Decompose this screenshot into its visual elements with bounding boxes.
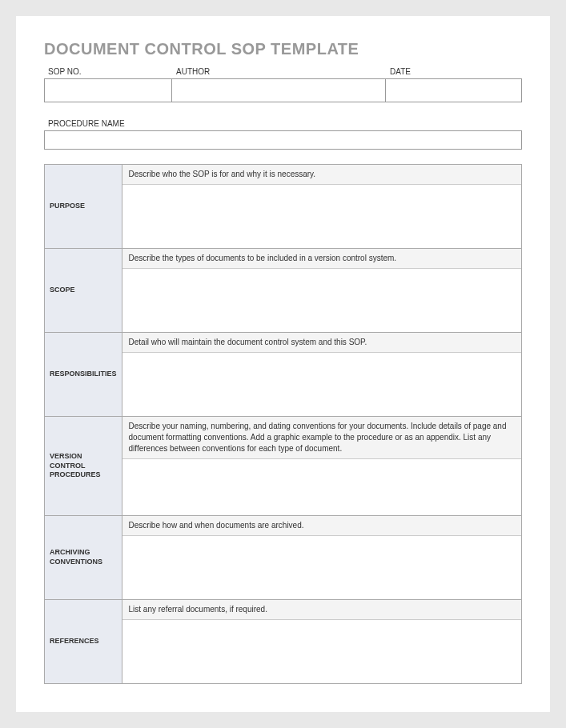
procedure-name-label: PROCEDURE NAME (44, 117, 522, 130)
section-label: PURPOSE (45, 197, 122, 216)
section-content-cell: Describe how and when documents are arch… (122, 516, 521, 600)
header-labels-row: SOP NO. AUTHOR DATE (44, 65, 522, 78)
sections-table: PURPOSEDescribe who the SOP is for and w… (44, 164, 522, 684)
section-content-cell: Describe your naming, numbering, and dat… (122, 417, 521, 516)
section-label: ARCHIVING CONVENTIONS (45, 543, 122, 571)
section-body-input[interactable] (122, 620, 521, 676)
section-description: Describe who the SOP is for and why it i… (122, 165, 521, 185)
section-row: SCOPEDescribe the types of documents to … (45, 249, 522, 333)
section-body-input[interactable] (122, 269, 521, 325)
section-body-input[interactable] (122, 353, 521, 409)
section-body-input[interactable] (122, 459, 521, 515)
date-label: DATE (386, 65, 522, 78)
sections-tbody: PURPOSEDescribe who the SOP is for and w… (45, 165, 522, 684)
section-description: List any referral documents, if required… (122, 600, 521, 620)
procedure-name-input[interactable] (44, 130, 522, 150)
section-label: RESPONSIBILITIES (45, 365, 122, 384)
section-description: Describe the types of documents to be in… (122, 249, 521, 269)
section-content-cell: Describe who the SOP is for and why it i… (122, 165, 521, 249)
section-label-cell: ARCHIVING CONVENTIONS (45, 516, 122, 600)
section-content-cell: Detail who will maintain the document co… (122, 333, 521, 417)
section-body-input[interactable] (122, 536, 521, 592)
section-row: ARCHIVING CONVENTIONSDescribe how and wh… (45, 516, 522, 600)
document-title: DOCUMENT CONTROL SOP TEMPLATE (44, 40, 522, 58)
sop-no-input[interactable] (44, 78, 172, 102)
section-label-cell: REFERENCES (45, 600, 122, 684)
section-description: Describe your naming, numbering, and dat… (122, 417, 521, 459)
section-row: PURPOSEDescribe who the SOP is for and w… (45, 165, 522, 249)
section-description: Detail who will maintain the document co… (122, 333, 521, 353)
author-label: AUTHOR (172, 65, 386, 78)
section-content-cell: List any referral documents, if required… (122, 600, 521, 684)
section-description: Describe how and when documents are arch… (122, 516, 521, 536)
section-label-cell: RESPONSIBILITIES (45, 333, 122, 417)
date-input[interactable] (386, 78, 522, 102)
section-row: RESPONSIBILITIESDetail who will maintain… (45, 333, 522, 417)
document-page: DOCUMENT CONTROL SOP TEMPLATE SOP NO. AU… (16, 16, 550, 712)
section-body-input[interactable] (122, 185, 521, 241)
section-row: VERSION CONTROL PROCEDURESDescribe your … (45, 417, 522, 516)
section-label: SCOPE (45, 281, 122, 300)
section-label-cell: SCOPE (45, 249, 122, 333)
procedure-section: PROCEDURE NAME (44, 117, 522, 150)
sop-no-label: SOP NO. (44, 65, 172, 78)
section-label-cell: PURPOSE (45, 165, 122, 249)
section-label: VERSION CONTROL PROCEDURES (45, 447, 122, 485)
section-label-cell: VERSION CONTROL PROCEDURES (45, 417, 122, 516)
section-label: REFERENCES (45, 632, 122, 651)
section-row: REFERENCESList any referral documents, i… (45, 600, 522, 684)
header-inputs-row (44, 78, 522, 102)
author-input[interactable] (172, 78, 386, 102)
section-content-cell: Describe the types of documents to be in… (122, 249, 521, 333)
